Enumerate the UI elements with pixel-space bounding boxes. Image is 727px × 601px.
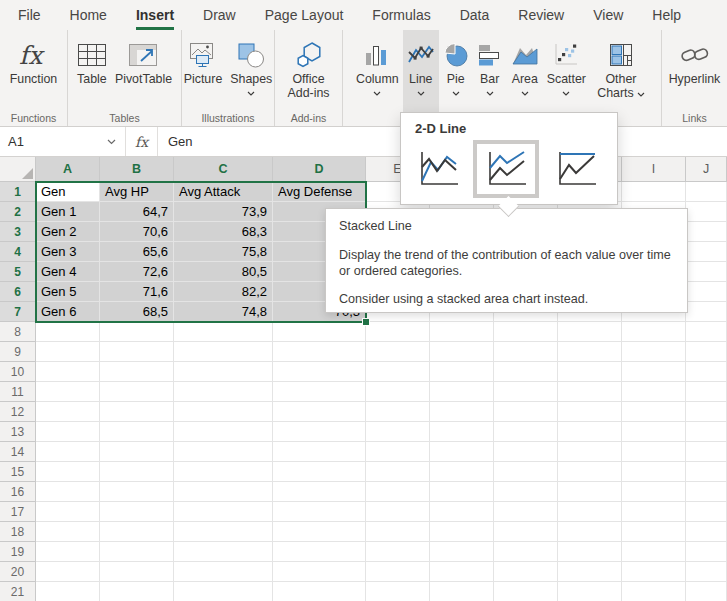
cell-F17[interactable] xyxy=(430,502,494,522)
row-header-14[interactable]: 14 xyxy=(0,442,36,462)
cell-J13[interactable] xyxy=(686,422,727,442)
cell-D8[interactable] xyxy=(273,322,366,342)
cell-D14[interactable] xyxy=(273,442,366,462)
row-header-1[interactable]: 1 xyxy=(0,182,36,202)
cell-F18[interactable] xyxy=(430,522,494,542)
cell-C10[interactable] xyxy=(174,362,273,382)
tab-review[interactable]: Review xyxy=(518,0,564,30)
cell-I21[interactable] xyxy=(622,582,686,601)
tab-home[interactable]: Home xyxy=(70,0,107,30)
cell-G9[interactable] xyxy=(494,342,558,362)
cell-G17[interactable] xyxy=(494,502,558,522)
gallery-item-line[interactable] xyxy=(413,143,463,195)
cell-B2[interactable]: 64,7 xyxy=(100,202,174,222)
cell-H20[interactable] xyxy=(558,562,622,582)
cell-A4[interactable]: Gen 3 xyxy=(36,242,100,262)
cell-B4[interactable]: 65,6 xyxy=(100,242,174,262)
gallery-item-stacked-line[interactable] xyxy=(473,140,539,198)
cell-J4[interactable] xyxy=(686,242,727,262)
cell-E12[interactable] xyxy=(366,402,430,422)
shapes-button[interactable]: Shapes xyxy=(226,30,276,112)
cell-E17[interactable] xyxy=(366,502,430,522)
cell-B9[interactable] xyxy=(100,342,174,362)
cell-B21[interactable] xyxy=(100,582,174,601)
cell-F10[interactable] xyxy=(430,362,494,382)
cell-D12[interactable] xyxy=(273,402,366,422)
cell-F11[interactable] xyxy=(430,382,494,402)
cell-F9[interactable] xyxy=(430,342,494,362)
cell-I18[interactable] xyxy=(622,522,686,542)
cell-A10[interactable] xyxy=(36,362,100,382)
cell-C11[interactable] xyxy=(174,382,273,402)
cell-D16[interactable] xyxy=(273,482,366,502)
cell-C21[interactable] xyxy=(174,582,273,601)
cell-H14[interactable] xyxy=(558,442,622,462)
hyperlink-button[interactable]: Hyperlink xyxy=(665,30,725,112)
cell-C1[interactable]: Avg Attack xyxy=(174,182,273,202)
cell-C16[interactable] xyxy=(174,482,273,502)
cell-A17[interactable] xyxy=(36,502,100,522)
cell-C8[interactable] xyxy=(174,322,273,342)
cell-A5[interactable]: Gen 4 xyxy=(36,262,100,282)
cell-D17[interactable] xyxy=(273,502,366,522)
cell-F20[interactable] xyxy=(430,562,494,582)
cell-J1[interactable] xyxy=(686,182,727,202)
cell-I17[interactable] xyxy=(622,502,686,522)
function-button[interactable]: fxFunction xyxy=(6,30,62,112)
cell-J21[interactable] xyxy=(686,582,727,601)
cell-C13[interactable] xyxy=(174,422,273,442)
cell-H12[interactable] xyxy=(558,402,622,422)
cell-B8[interactable] xyxy=(100,322,174,342)
cell-B5[interactable]: 72,6 xyxy=(100,262,174,282)
cell-D11[interactable] xyxy=(273,382,366,402)
cell-E14[interactable] xyxy=(366,442,430,462)
cell-I19[interactable] xyxy=(622,542,686,562)
cell-I12[interactable] xyxy=(622,402,686,422)
cell-D18[interactable] xyxy=(273,522,366,542)
cell-E15[interactable] xyxy=(366,462,430,482)
row-header-19[interactable]: 19 xyxy=(0,542,36,562)
row-header-21[interactable]: 21 xyxy=(0,582,36,601)
fill-handle[interactable] xyxy=(362,318,370,326)
cell-H10[interactable] xyxy=(558,362,622,382)
picture-button[interactable]: Picture xyxy=(180,30,227,112)
cell-B11[interactable] xyxy=(100,382,174,402)
cell-J11[interactable] xyxy=(686,382,727,402)
cell-G8[interactable] xyxy=(494,322,558,342)
cell-D1[interactable]: Avg Defense xyxy=(273,182,366,202)
tab-data[interactable]: Data xyxy=(460,0,490,30)
tab-formulas[interactable]: Formulas xyxy=(372,0,430,30)
cell-D13[interactable] xyxy=(273,422,366,442)
cell-C2[interactable]: 73,9 xyxy=(174,202,273,222)
cell-F16[interactable] xyxy=(430,482,494,502)
row-header-9[interactable]: 9 xyxy=(0,342,36,362)
cell-A11[interactable] xyxy=(36,382,100,402)
tab-view[interactable]: View xyxy=(593,0,623,30)
cell-J10[interactable] xyxy=(686,362,727,382)
cell-E16[interactable] xyxy=(366,482,430,502)
cell-A8[interactable] xyxy=(36,322,100,342)
cell-C9[interactable] xyxy=(174,342,273,362)
cell-I14[interactable] xyxy=(622,442,686,462)
cell-H11[interactable] xyxy=(558,382,622,402)
scatter-button[interactable]: Scatter xyxy=(543,30,590,112)
cell-A9[interactable] xyxy=(36,342,100,362)
cell-C6[interactable]: 82,2 xyxy=(174,282,273,302)
pivottable-button[interactable]: PivotTable xyxy=(111,30,176,112)
cell-E19[interactable] xyxy=(366,542,430,562)
row-header-12[interactable]: 12 xyxy=(0,402,36,422)
cell-C3[interactable]: 68,3 xyxy=(174,222,273,242)
cell-C14[interactable] xyxy=(174,442,273,462)
cell-B19[interactable] xyxy=(100,542,174,562)
cell-A3[interactable]: Gen 2 xyxy=(36,222,100,242)
column-header-a[interactable]: A xyxy=(36,157,100,182)
tab-insert[interactable]: Insert xyxy=(136,0,174,30)
row-header-2[interactable]: 2 xyxy=(0,202,36,222)
row-header-3[interactable]: 3 xyxy=(0,222,36,242)
pie-button[interactable]: Pie xyxy=(439,30,473,112)
cell-C18[interactable] xyxy=(174,522,273,542)
cell-C5[interactable]: 80,5 xyxy=(174,262,273,282)
cell-G15[interactable] xyxy=(494,462,558,482)
table-button[interactable]: Table xyxy=(73,30,111,112)
column-header-j[interactable]: J xyxy=(686,157,727,182)
